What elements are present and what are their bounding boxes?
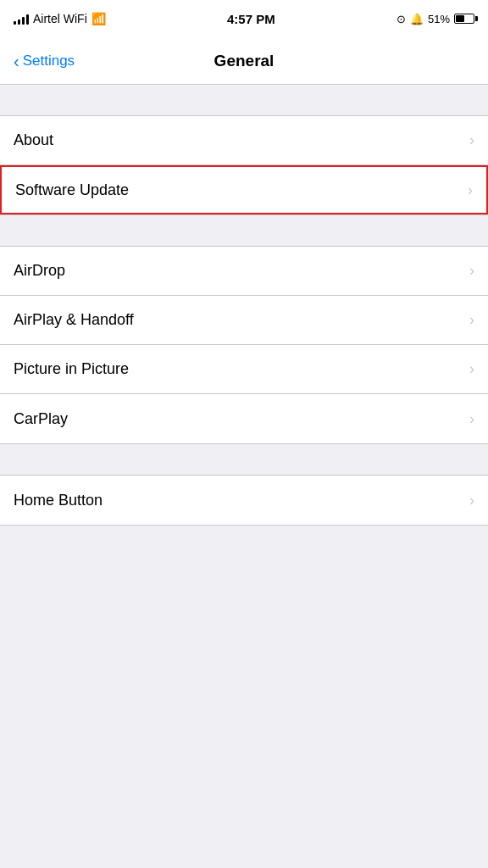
picture-in-picture-label: Picture in Picture bbox=[14, 360, 129, 378]
carplay-label: CarPlay bbox=[14, 410, 68, 428]
battery-percent-label: 51% bbox=[428, 13, 450, 25]
airdrop-label: AirDrop bbox=[14, 262, 65, 280]
alarm-icon: 🔔 bbox=[410, 13, 424, 25]
section-1: About › Software Update › bbox=[0, 115, 488, 215]
nav-bar: ‹ Settings General bbox=[0, 37, 488, 85]
about-label: About bbox=[14, 131, 53, 149]
wifi-icon: 📶 bbox=[92, 12, 106, 25]
section-3: Home Button › bbox=[0, 475, 488, 526]
back-button[interactable]: ‹ Settings bbox=[7, 46, 81, 76]
status-right: ⊙ 🔔 51% bbox=[396, 13, 474, 25]
page-title: General bbox=[214, 52, 274, 70]
home-button-chevron-icon: › bbox=[469, 492, 474, 509]
airdrop-row[interactable]: AirDrop › bbox=[0, 247, 488, 296]
battery-icon bbox=[454, 14, 474, 24]
airdrop-chevron-icon: › bbox=[469, 262, 474, 280]
section-2: AirDrop › AirPlay & Handoff › Picture in… bbox=[0, 246, 488, 444]
home-button-row[interactable]: Home Button › bbox=[0, 476, 488, 525]
back-chevron-icon: ‹ bbox=[14, 53, 19, 70]
signal-bars-icon bbox=[14, 13, 29, 25]
picture-in-picture-row[interactable]: Picture in Picture › bbox=[0, 345, 488, 394]
software-update-row[interactable]: Software Update › bbox=[0, 165, 488, 214]
home-button-label: Home Button bbox=[14, 492, 103, 509]
status-left: Airtel WiFi 📶 bbox=[14, 12, 106, 25]
carplay-chevron-icon: › bbox=[469, 410, 474, 428]
back-label: Settings bbox=[23, 53, 75, 70]
airplay-handoff-chevron-icon: › bbox=[469, 311, 474, 329]
picture-in-picture-chevron-icon: › bbox=[469, 360, 474, 378]
section-spacer-3 bbox=[0, 444, 488, 475]
about-row[interactable]: About › bbox=[0, 116, 488, 165]
section-spacer-1 bbox=[0, 85, 488, 115]
carrier-label: Airtel WiFi bbox=[33, 12, 87, 25]
software-update-label: Software Update bbox=[15, 181, 129, 199]
section-spacer-2 bbox=[0, 215, 488, 246]
carplay-row[interactable]: CarPlay › bbox=[0, 394, 488, 443]
status-time: 4:57 PM bbox=[227, 12, 275, 26]
software-update-chevron-icon: › bbox=[468, 181, 473, 199]
status-bar: Airtel WiFi 📶 4:57 PM ⊙ 🔔 51% bbox=[0, 0, 488, 37]
airplay-handoff-label: AirPlay & Handoff bbox=[14, 311, 134, 329]
airplay-handoff-row[interactable]: AirPlay & Handoff › bbox=[0, 296, 488, 345]
timer-icon: ⊙ bbox=[396, 13, 406, 25]
about-chevron-icon: › bbox=[469, 131, 474, 149]
